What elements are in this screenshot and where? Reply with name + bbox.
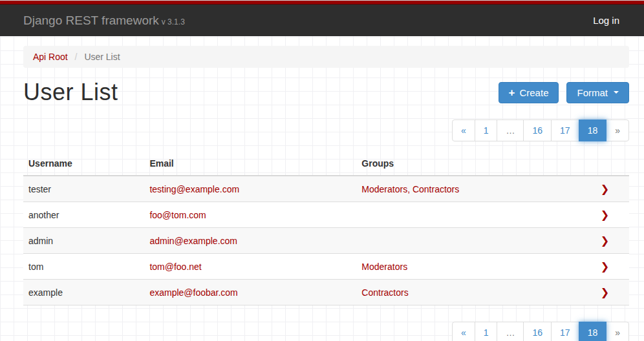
chevron-right-icon[interactable]: ❯ <box>586 183 624 195</box>
pagination-prev[interactable]: « <box>452 119 475 141</box>
brand-name: Django REST framework <box>23 14 159 27</box>
page-header: User List + Create Format <box>23 79 629 106</box>
email-link[interactable]: tom@foo.net <box>149 262 201 272</box>
groups-link[interactable]: Moderators <box>361 262 407 272</box>
cell-groups: Contractors <box>356 280 581 305</box>
pagination-ellipsis: … <box>497 119 524 141</box>
cell-email: tom@foo.net <box>144 254 356 280</box>
caret-down-icon <box>614 91 619 94</box>
table-row: anotherfoo@tom.com❯ <box>23 202 629 228</box>
chevron-right-icon[interactable]: ❯ <box>586 209 624 221</box>
email-link[interactable]: example@foobar.com <box>149 287 237 298</box>
header-username: Username <box>23 152 144 176</box>
format-button-label: Format <box>577 87 608 98</box>
chevron-right-icon[interactable]: ❯ <box>586 286 624 298</box>
pagination-page-16[interactable]: 16 <box>523 119 552 141</box>
cell-groups: Moderators <box>356 254 581 280</box>
cell-email: example@foobar.com <box>144 280 356 305</box>
chevron-right-icon[interactable]: ❯ <box>586 260 624 273</box>
breadcrumb-current: User List <box>84 52 120 62</box>
login-link[interactable]: Log in <box>593 15 619 26</box>
pagination-top-row: «1…161718» <box>23 119 629 141</box>
brand-title: Django REST frameworkv 3.1.3 <box>23 14 185 28</box>
email-link[interactable]: foo@tom.com <box>149 210 206 220</box>
user-table-body: testertesting@example.comModerators, Con… <box>23 176 629 305</box>
cell-email: admin@example.com <box>144 228 356 254</box>
pagination-ellipsis: … <box>497 322 524 341</box>
table-row: adminadmin@example.com❯ <box>23 228 629 254</box>
breadcrumb-api-root[interactable]: Api Root <box>33 52 68 62</box>
cell-detail: ❯ <box>581 228 629 254</box>
cell-username: admin <box>23 228 144 254</box>
pagination-page-1[interactable]: 1 <box>475 322 498 341</box>
toolbar: + Create Format <box>499 82 629 103</box>
user-table: Username Email Groups testertesting@exam… <box>23 152 629 305</box>
header-row: Username Email Groups <box>23 152 629 176</box>
plus-icon: + <box>509 87 515 98</box>
navbar: Django REST frameworkv 3.1.3 Log in <box>0 5 644 36</box>
email-link[interactable]: testing@example.com <box>149 184 239 194</box>
pagination-bottom-row: «1…161718» <box>23 322 629 341</box>
chevron-right-icon[interactable]: ❯ <box>586 234 624 247</box>
header-detail <box>581 152 629 176</box>
groups-link[interactable]: Moderators, Contractors <box>361 184 459 194</box>
pagination-prev[interactable]: « <box>452 322 475 341</box>
cell-email: testing@example.com <box>144 176 356 202</box>
header-groups: Groups <box>356 152 581 176</box>
table-row: exampleexample@foobar.comContractors❯ <box>23 280 629 305</box>
cell-groups <box>356 202 581 228</box>
pagination-page-18: 18 <box>579 322 607 341</box>
page-title: User List <box>23 79 118 106</box>
cell-groups: Moderators, Contractors <box>356 176 581 202</box>
brand-version: v 3.1.3 <box>162 17 185 26</box>
cell-detail: ❯ <box>581 202 629 228</box>
cell-username: another <box>23 202 144 228</box>
breadcrumb-separator: / <box>75 52 78 62</box>
email-link[interactable]: admin@example.com <box>149 236 237 246</box>
pagination-page-17[interactable]: 17 <box>551 322 579 341</box>
pagination-top: «1…161718» <box>452 119 629 141</box>
cell-email: foo@tom.com <box>144 202 356 228</box>
table-row: testertesting@example.comModerators, Con… <box>23 176 629 202</box>
cell-username: tester <box>23 176 144 202</box>
cell-username: tom <box>23 254 144 280</box>
top-accent-stripe <box>0 0 644 5</box>
user-table-head: Username Email Groups <box>23 152 629 176</box>
pagination-page-16[interactable]: 16 <box>523 322 552 341</box>
breadcrumb: Api Root / User List <box>23 46 629 68</box>
main-container: Api Root / User List User List + Create … <box>23 46 629 341</box>
pagination-next: » <box>606 119 629 141</box>
cell-groups <box>356 228 581 254</box>
pagination-next: » <box>606 322 629 341</box>
pagination-bottom: «1…161718» <box>452 322 629 341</box>
cell-detail: ❯ <box>581 280 629 305</box>
create-button[interactable]: + Create <box>499 82 559 103</box>
cell-detail: ❯ <box>581 254 629 280</box>
pagination-page-17[interactable]: 17 <box>551 119 579 141</box>
pagination-page-1[interactable]: 1 <box>475 119 498 141</box>
cell-username: example <box>23 280 144 305</box>
groups-link[interactable]: Contractors <box>361 287 408 298</box>
pagination-page-18: 18 <box>579 119 607 141</box>
format-dropdown-button[interactable]: Format <box>566 82 629 103</box>
cell-detail: ❯ <box>581 176 629 202</box>
create-button-label: Create <box>519 87 548 98</box>
table-row: tomtom@foo.netModerators❯ <box>23 254 629 280</box>
header-email: Email <box>144 152 356 176</box>
